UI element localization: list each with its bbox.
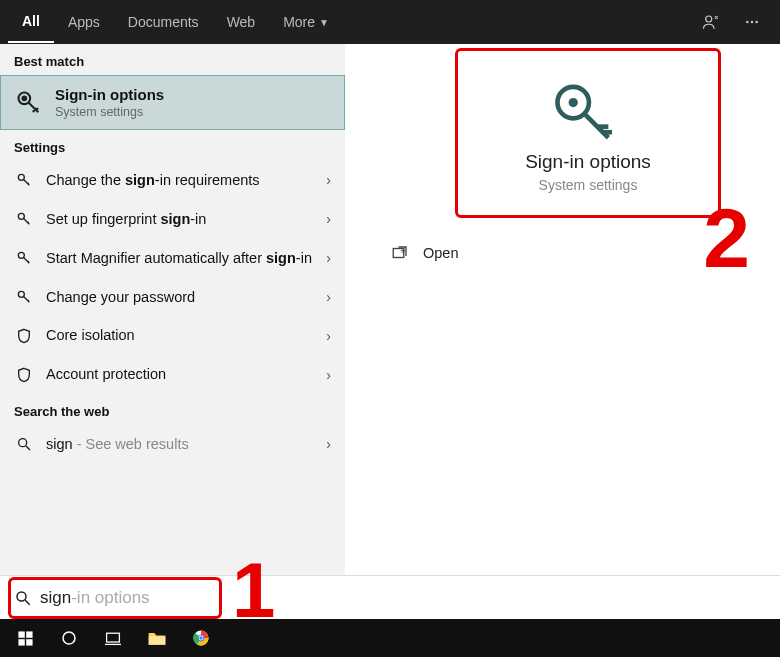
settings-item[interactable]: Change the sign-in requirements › — [0, 161, 345, 200]
more-options-icon[interactable] — [732, 4, 772, 40]
svg-point-5 — [22, 96, 26, 100]
best-match-title: Sign-in options — [55, 86, 164, 103]
svg-rect-17 — [18, 639, 24, 645]
svg-point-3 — [755, 21, 757, 23]
chevron-right-icon: › — [326, 436, 335, 452]
start-button[interactable] — [4, 621, 46, 655]
chevron-right-icon: › — [326, 289, 335, 305]
svg-rect-18 — [26, 639, 32, 645]
preview-panel: Sign-in options System settings 2 Open — [345, 44, 780, 616]
section-settings: Settings — [0, 130, 345, 161]
svg-point-14 — [17, 592, 26, 601]
svg-rect-20 — [107, 633, 120, 642]
search-results-area: Best match Sign-in options System settin… — [0, 44, 780, 616]
search-tabs-bar: All Apps Documents Web More ▼ — [0, 0, 780, 44]
web-search-item[interactable]: sign - See web results › — [0, 425, 345, 464]
settings-item[interactable]: Core isolation › — [0, 316, 345, 355]
settings-item-label: Set up fingerprint sign-in — [46, 210, 314, 229]
file-explorer-icon[interactable] — [136, 621, 178, 655]
chevron-right-icon: › — [326, 250, 335, 266]
key-icon — [15, 89, 43, 117]
svg-point-2 — [751, 21, 753, 23]
key-icon — [14, 250, 34, 266]
best-match-result[interactable]: Sign-in options System settings — [0, 75, 345, 130]
search-icon — [14, 589, 32, 607]
settings-item-label: Change the sign-in requirements — [46, 171, 314, 190]
annotation-number-2: 2 — [703, 190, 750, 287]
best-match-subtitle: System settings — [55, 105, 164, 119]
chevron-right-icon: › — [326, 211, 335, 227]
results-left-column: Best match Sign-in options System settin… — [0, 44, 345, 616]
open-action[interactable]: Open — [391, 244, 458, 262]
annotation-number-1: 1 — [232, 559, 275, 621]
chevron-right-icon: › — [326, 172, 335, 188]
svg-point-0 — [706, 16, 712, 22]
svg-rect-15 — [18, 631, 24, 637]
svg-point-19 — [63, 632, 75, 644]
open-label: Open — [423, 245, 458, 261]
preview-subtitle: System settings — [539, 177, 638, 193]
task-view-icon[interactable] — [92, 621, 134, 655]
tab-more[interactable]: More ▼ — [269, 2, 343, 42]
settings-item-label: Change your password — [46, 288, 314, 307]
key-icon — [14, 172, 34, 188]
settings-item-label: Start Magnifier automatically after sign… — [46, 249, 314, 268]
settings-item-label: Core isolation — [46, 326, 314, 345]
annotation-box-2: Sign-in options System settings — [455, 48, 721, 218]
cortana-icon[interactable] — [48, 621, 90, 655]
web-search-label: sign - See web results — [46, 435, 314, 454]
section-search-web: Search the web — [0, 394, 345, 425]
section-best-match: Best match — [0, 44, 345, 75]
settings-list: Change the sign-in requirements › Set up… — [0, 161, 345, 394]
search-input-text: sign-in options — [40, 588, 150, 608]
key-icon — [551, 79, 625, 141]
chevron-right-icon: › — [326, 328, 335, 344]
tab-apps[interactable]: Apps — [54, 2, 114, 42]
svg-rect-13 — [393, 249, 404, 258]
feedback-icon[interactable] — [690, 3, 732, 41]
svg-rect-21 — [149, 636, 166, 644]
tab-all[interactable]: All — [8, 1, 54, 43]
chevron-right-icon: › — [326, 367, 335, 383]
settings-item[interactable]: Start Magnifier automatically after sign… — [0, 239, 345, 278]
chevron-down-icon: ▼ — [319, 17, 329, 28]
taskbar — [0, 619, 780, 657]
shield-icon — [14, 328, 34, 344]
svg-point-1 — [746, 21, 748, 23]
tab-documents[interactable]: Documents — [114, 2, 213, 42]
shield-icon — [14, 367, 34, 383]
preview-title: Sign-in options — [525, 151, 651, 173]
open-icon — [391, 244, 409, 262]
settings-item[interactable]: Set up fingerprint sign-in › — [0, 200, 345, 239]
svg-point-26 — [199, 636, 203, 640]
settings-item[interactable]: Change your password › — [0, 278, 345, 317]
key-icon — [14, 289, 34, 305]
tab-web[interactable]: Web — [213, 2, 270, 42]
settings-item[interactable]: Account protection › — [0, 355, 345, 394]
svg-point-10 — [19, 439, 27, 447]
svg-rect-16 — [26, 631, 32, 637]
key-icon — [14, 211, 34, 227]
search-icon — [14, 436, 34, 452]
svg-point-12 — [569, 98, 578, 107]
settings-item-label: Account protection — [46, 365, 314, 384]
chrome-icon[interactable] — [180, 621, 222, 655]
search-input-bar[interactable]: sign-in options — [0, 575, 780, 619]
